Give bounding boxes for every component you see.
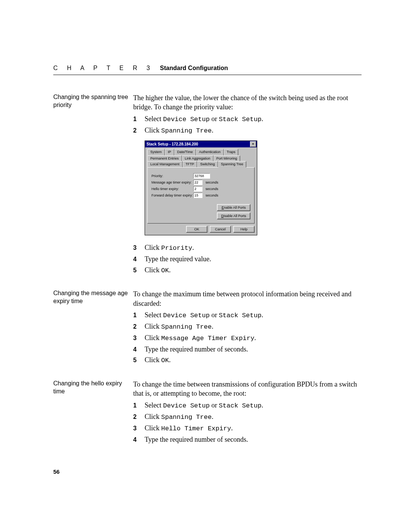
dialog-tab[interactable]: Date/Time — [174, 149, 196, 155]
dialog-button[interactable]: Disable All Ports — [217, 212, 250, 219]
field-input[interactable] — [193, 193, 202, 198]
field-label: Message age timer expiry: — [151, 180, 193, 185]
step-text: Type the required number of seconds. — [145, 435, 248, 444]
step-item: 1Select Device Setup or Stack Setup. — [133, 401, 362, 411]
side-heading-spanning-priority: Changing the spanning tree priority — [53, 93, 133, 109]
dialog-tab[interactable]: Local Management — [147, 161, 183, 167]
chapter-label: C H A P T E R 3 — [53, 65, 154, 71]
code-literal: Spanning Tree — [161, 414, 212, 421]
step-item: 5Click OK. — [133, 355, 362, 365]
step-item: 3Click Priority. — [133, 243, 362, 253]
dialog-field-row: Forward delay timer expiry:seconds — [151, 192, 250, 199]
code-literal: Hello Timer Expiry — [161, 425, 231, 432]
step-text: Type the required number of seconds. — [145, 345, 248, 354]
step-number: 4 — [133, 345, 145, 354]
dialog-button[interactable]: Enable All Ports — [217, 204, 250, 211]
step-item: 3Click Message Age Timer Expiry. — [133, 333, 362, 343]
dialog-tab[interactable]: Traps — [224, 149, 239, 155]
intro-text: To change the maximum time between proto… — [133, 289, 362, 308]
field-input[interactable] — [193, 186, 202, 192]
step-item: 4Type the required value. — [133, 254, 362, 264]
dialog-field-row: Priority: — [151, 173, 250, 179]
step-number: 4 — [133, 255, 145, 264]
field-label: Hello timer expiry: — [151, 187, 193, 191]
chapter-title: Standard Configuration — [160, 65, 228, 71]
step-number: 3 — [133, 424, 145, 433]
step-item: 3Click Hello Timer Expiry. — [133, 423, 362, 433]
step-item: 2Click Spanning Tree. — [133, 322, 362, 332]
dialog-field-row: Message age timer expiry:seconds — [151, 179, 250, 186]
code-literal: Device Setup — [163, 402, 209, 409]
field-unit: seconds — [206, 193, 218, 198]
code-literal: Stack Setup — [219, 402, 261, 409]
step-number: 2 — [133, 126, 145, 135]
dialog-titlebar: Stack Setup - 172.28.184.200 × — [145, 141, 257, 147]
dialog-tab[interactable]: Authentication — [196, 149, 224, 155]
page-number: 56 — [53, 468, 362, 475]
step-text: Type the required value. — [145, 254, 211, 264]
step-item: 5Click OK. — [133, 265, 362, 275]
code-literal: Stack Setup — [219, 116, 261, 123]
step-number: 1 — [133, 401, 145, 410]
step-text: Click Spanning Tree. — [145, 412, 213, 422]
intro-text: The higher the value, the lower the chan… — [133, 93, 362, 112]
step-text: Click Spanning Tree. — [145, 126, 213, 136]
step-item: 2Click Spanning Tree. — [133, 126, 362, 136]
field-input[interactable] — [193, 180, 202, 185]
side-heading-message-age: Changing the message age expiry time — [53, 289, 133, 305]
dialog-button-help[interactable]: Help — [233, 226, 255, 233]
step-text: Select Device Setup or Stack Setup. — [145, 114, 263, 124]
dialog-title: Stack Setup - 172.28.184.200 — [147, 142, 198, 147]
step-text: Click Message Age Timer Expiry. — [145, 333, 256, 343]
field-input[interactable] — [193, 173, 210, 179]
dialog-tab[interactable]: System — [147, 149, 165, 155]
step-item: 4Type the required number of seconds. — [133, 435, 362, 444]
side-heading-hello-expiry: Changing the hello expiry time — [53, 380, 133, 396]
dialog-tab[interactable]: TFTP — [183, 161, 198, 167]
code-literal: Stack Setup — [219, 312, 261, 319]
step-item: 1Select Device Setup or Stack Setup. — [133, 310, 362, 320]
dialog-tab[interactable]: Port Mirroring — [213, 155, 241, 161]
step-item: 1Select Device Setup or Stack Setup. — [133, 114, 362, 124]
step-text: Click Spanning Tree. — [145, 322, 213, 332]
code-literal: Message Age Timer Expiry — [161, 335, 255, 342]
step-number: 2 — [133, 323, 145, 331]
dialog-tab[interactable]: Switching — [197, 161, 218, 167]
dialog-button-cancel[interactable]: Cancel — [210, 226, 231, 233]
step-text: Click Hello Timer Expiry. — [145, 423, 233, 433]
dialog-tab[interactable]: Permanent Entries — [147, 155, 182, 161]
dialog-field-row: Hello timer expiry:seconds — [151, 186, 250, 192]
step-text: Click OK. — [145, 355, 170, 365]
dialog-button-ok[interactable]: OK — [186, 226, 207, 233]
code-literal: Spanning Tree — [161, 323, 212, 331]
step-number: 4 — [133, 436, 145, 444]
code-literal: OK — [161, 357, 169, 364]
step-number: 5 — [133, 356, 145, 364]
step-number: 2 — [133, 413, 145, 421]
page-header: C H A P T E R 3 Standard Configuration — [53, 65, 362, 75]
step-number: 3 — [133, 334, 145, 342]
intro-text: To change the time between transmissions… — [133, 380, 362, 398]
field-unit: seconds — [206, 187, 218, 191]
step-number: 5 — [133, 266, 145, 275]
field-label: Priority: — [151, 174, 193, 178]
step-text: Click Priority. — [145, 243, 194, 253]
step-text: Select Device Setup or Stack Setup. — [145, 401, 263, 411]
code-literal: Priority — [161, 244, 193, 252]
code-literal: Device Setup — [163, 312, 209, 319]
step-number: 1 — [133, 115, 145, 123]
close-icon[interactable]: × — [250, 141, 256, 147]
step-text: Select Device Setup or Stack Setup. — [145, 310, 263, 320]
field-unit: seconds — [206, 180, 218, 185]
field-label: Forward delay timer expiry: — [151, 193, 193, 198]
step-number: 3 — [133, 244, 145, 252]
step-number: 1 — [133, 311, 145, 320]
code-literal: OK — [161, 267, 169, 274]
dialog-tab[interactable]: Link Aggregation — [182, 155, 213, 161]
dialog-tab[interactable]: IP — [165, 149, 174, 155]
dialog-tab-active[interactable]: Spanning Tree — [218, 161, 247, 168]
code-literal: Device Setup — [163, 116, 209, 123]
step-item: 2Click Spanning Tree. — [133, 412, 362, 422]
dialog-screenshot: Stack Setup - 172.28.184.200 × SystemIPD… — [145, 141, 362, 235]
step-item: 4Type the required number of seconds. — [133, 345, 362, 354]
